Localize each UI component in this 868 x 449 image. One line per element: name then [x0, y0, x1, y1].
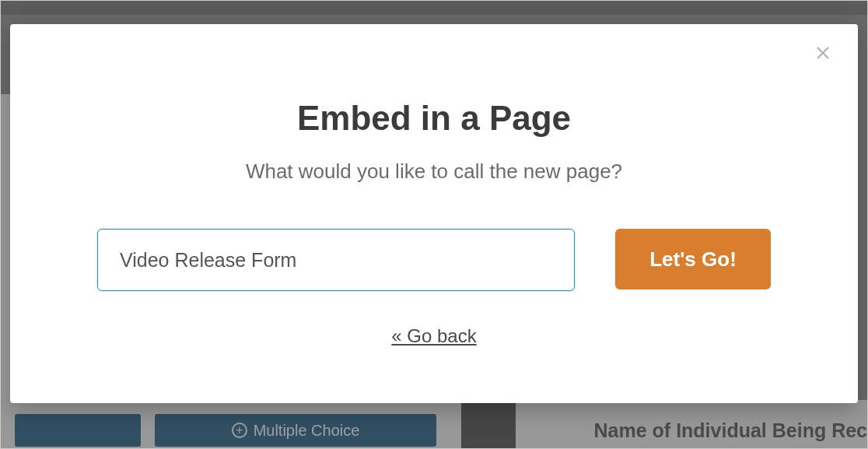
lets-go-button[interactable]: Let's Go!	[615, 229, 771, 289]
go-back-link[interactable]: « Go back	[65, 325, 803, 347]
modal-title: Embed in a Page	[65, 99, 803, 138]
embed-modal: Embed in a Page What would you like to c…	[10, 24, 858, 403]
close-icon[interactable]	[814, 44, 831, 61]
form-row: Let's Go!	[65, 229, 803, 291]
modal-subtitle: What would you like to call the new page…	[65, 160, 803, 184]
page-name-input[interactable]	[97, 229, 575, 291]
